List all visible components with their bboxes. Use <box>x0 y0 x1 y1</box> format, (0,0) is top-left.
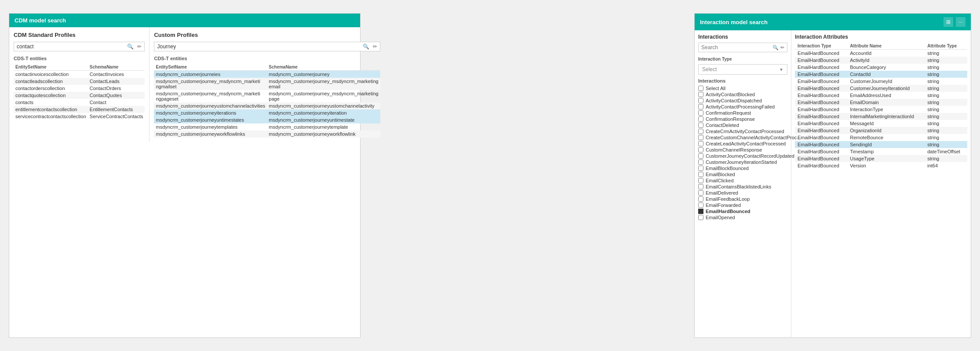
table-row[interactable]: msdyncrm_customerjourneyuntimestatesmsdy… <box>154 116 380 123</box>
cdm-custom-search-box[interactable]: 🔍 ✏ <box>154 42 380 51</box>
interaction-checkbox[interactable] <box>698 172 703 177</box>
interactions-search-row[interactable]: 🔍 ✏ <box>698 43 787 52</box>
table-row[interactable]: EmailHardBouncedUsageTypestring <box>795 155 967 162</box>
list-item[interactable]: ActivityContactProcessingFailed <box>698 104 787 110</box>
table-row[interactable]: msdyncrm_customerjourneyustomchannelacti… <box>154 102 380 109</box>
table-row[interactable]: EmailHardBouncedInternalMarketingInterac… <box>795 113 967 120</box>
table-row[interactable]: servicecontractcontactscollectionService… <box>14 113 145 120</box>
interaction-label: CreateCrmActivityContactProcessed <box>706 129 784 134</box>
interaction-checkbox[interactable] <box>698 184 703 189</box>
list-item[interactable]: CreateLeadActivityContactProcessed <box>698 141 787 147</box>
interaction-type-label: Interaction Type <box>698 57 787 62</box>
table-row[interactable]: EmailHardBouncedVersionint64 <box>795 162 967 169</box>
interaction-label: ConfirmationResponse <box>706 116 755 122</box>
table-row[interactable]: contactquotescollectionContactQuotes <box>14 92 145 99</box>
list-item[interactable]: EmailClicked <box>698 177 787 184</box>
list-item[interactable]: CustomerJourneyIterationStarted <box>698 159 787 165</box>
cdm-standard-search-input[interactable] <box>17 43 127 50</box>
table-row[interactable]: contactleadscollectionContactLeads <box>14 78 145 85</box>
interaction-checkbox[interactable] <box>698 110 703 116</box>
list-item[interactable]: ActivityContactBlocked <box>698 91 787 98</box>
interaction-checkbox[interactable] <box>698 123 703 128</box>
interaction-checkbox[interactable] <box>698 215 703 220</box>
table-row[interactable]: EmailHardBouncedCustomerJourneyIteration… <box>795 85 967 92</box>
table-row[interactable]: EmailHardBouncedCustomerJourneyIdstring <box>795 78 967 85</box>
chevron-down-icon: ▼ <box>779 67 783 72</box>
list-item[interactable]: EmailBlockBounced <box>698 165 787 171</box>
table-row[interactable]: entitlementcontactscollectionEntitlement… <box>14 106 145 113</box>
list-item[interactable]: ConfirmationResponse <box>698 116 787 122</box>
cdm-standard-search-box[interactable]: 🔍 ✏ <box>14 42 145 51</box>
cdm-panel-header: CDM model search <box>9 14 360 27</box>
interaction-checkbox[interactable] <box>698 203 703 208</box>
interactions-search-input[interactable] <box>701 44 772 51</box>
interaction-checkbox[interactable] <box>698 178 703 183</box>
table-row[interactable]: EmailHardBouncedTimestampdateTimeOffset <box>795 148 967 155</box>
interaction-checkbox[interactable] <box>698 196 703 202</box>
list-item[interactable]: EmailBlocked <box>698 171 787 177</box>
table-row[interactable]: msdyncrm_customerjourneytemplatesmsdyncr… <box>154 123 380 130</box>
interaction-checkbox[interactable] <box>698 190 703 195</box>
list-item[interactable]: EmailContainsBlacklistedLinks <box>698 184 787 190</box>
table-row[interactable]: msdyncrm_customerjourneiesmsdyncrm_custo… <box>154 71 380 78</box>
list-item[interactable]: EmailHardBounced <box>698 208 787 214</box>
interaction-checkbox[interactable] <box>698 147 703 152</box>
table-row[interactable]: EmailHardBouncedSendingIdstring <box>795 141 967 148</box>
select-all-checkbox[interactable] <box>698 86 703 91</box>
entity-name: msdyncrm_customerjourneies <box>154 71 267 78</box>
edit-icon[interactable]: ✏ <box>137 43 142 50</box>
interaction-label: ActivityContactBlocked <box>706 92 755 97</box>
cdm-custom-search-input[interactable] <box>157 43 362 50</box>
list-item[interactable]: ContactDeleted <box>698 122 787 128</box>
interaction-checkbox[interactable] <box>698 166 703 171</box>
list-item[interactable]: EmailFeedbackLoop <box>698 196 787 202</box>
table-row[interactable]: EmailHardBouncedContactIdstring <box>795 71 967 78</box>
table-row[interactable]: EmailHardBouncedRemoteBouncestring <box>795 134 967 141</box>
table-row[interactable]: EmailHardBouncedActivityIdstring <box>795 57 967 64</box>
more-icon-btn[interactable]: ··· <box>956 17 965 27</box>
interaction-checkbox[interactable] <box>698 104 703 109</box>
list-item[interactable]: CustomerJourneyContactRecordUpdated <box>698 153 787 159</box>
table-row[interactable]: msdyncrm_customerjourney_msdyncrm_market… <box>154 78 380 90</box>
list-item[interactable]: CreateCustomChannelActivityContactProc..… <box>698 134 787 141</box>
table-row[interactable]: EmailHardBouncedInteractionTypestring <box>795 106 967 113</box>
interaction-checkbox[interactable] <box>698 129 703 134</box>
interaction-panel-header: Interaction model search ⊞ ··· <box>695 14 971 30</box>
table-row[interactable]: msdyncrm_customerjourney_msdyncrm_market… <box>154 90 380 102</box>
interaction-checkbox[interactable] <box>698 92 703 97</box>
table-row[interactable]: EmailHardBouncedAccountIdstring <box>795 50 967 57</box>
list-item[interactable]: EmailDelivered <box>698 190 787 196</box>
interactions-search-icon: 🔍 <box>772 45 779 51</box>
table-row[interactable]: EmailHardBouncedOrganizationIdstring <box>795 127 967 134</box>
table-row[interactable]: EmailHardBouncedMessageIdstring <box>795 120 967 127</box>
table-row[interactable]: msdyncrm_customerjourneyworkflowlinksmsd… <box>154 130 380 138</box>
attr-type-val: string <box>925 127 967 134</box>
table-row[interactable]: EmailHardBouncedEmailDomainstring <box>795 99 967 106</box>
interactions-edit-icon[interactable]: ✏ <box>780 45 784 51</box>
interaction-checkbox[interactable] <box>698 98 703 103</box>
schema-name: msdyncrm_customerjourneyustomchannelacti… <box>267 102 380 109</box>
list-item[interactable]: ConfirmationRequest <box>698 110 787 116</box>
interaction-type-select[interactable]: Select ▼ <box>698 64 787 75</box>
table-row[interactable]: contactinvoicescollectionContactInvoices <box>14 71 145 78</box>
search-icon-right: 🔍 <box>363 43 369 50</box>
interaction-checkbox[interactable] <box>698 141 703 146</box>
list-item[interactable]: EmailOpened <box>698 214 787 221</box>
attr-name: ActivityId <box>847 57 925 64</box>
interaction-checkbox[interactable] <box>698 135 703 140</box>
interaction-checkbox[interactable] <box>698 153 703 159</box>
select-all-item[interactable]: Select All <box>698 85 787 91</box>
interaction-checkbox[interactable] <box>698 159 703 165</box>
table-row[interactable]: msdyncrm_customerjourneyiterationsmsdync… <box>154 109 380 116</box>
list-item[interactable]: CreateCrmActivityContactProcessed <box>698 128 787 134</box>
table-row[interactable]: EmailHardBouncedBounceCategorystring <box>795 64 967 71</box>
list-item[interactable]: CustomChannelResponse <box>698 147 787 153</box>
interaction-checkbox[interactable] <box>698 116 703 122</box>
interaction-label: EmailFeedbackLoop <box>706 196 750 202</box>
table-row[interactable]: EmailHardBouncedEmailAddressUsedstring <box>795 92 967 99</box>
table-row[interactable]: contactsContact <box>14 99 145 106</box>
table-row[interactable]: contactorderscollectionContactOrders <box>14 85 145 92</box>
list-item[interactable]: EmailForwarded <box>698 202 787 208</box>
expand-icon-btn[interactable]: ⊞ <box>944 17 953 27</box>
list-item[interactable]: ActivityContactDispatched <box>698 98 787 104</box>
